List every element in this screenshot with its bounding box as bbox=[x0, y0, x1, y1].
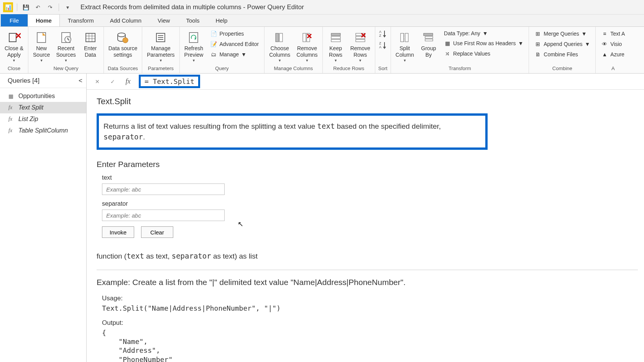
close-apply-icon bbox=[7, 30, 22, 45]
example-heading: Example: Create a list from the "|" deli… bbox=[97, 278, 638, 287]
collapse-icon[interactable]: < bbox=[79, 77, 82, 85]
new-source-button[interactable]: NewSource ▼ bbox=[31, 28, 52, 64]
svg-text:Z: Z bbox=[379, 34, 381, 38]
manage-parameters-button[interactable]: ManageParameters ▼ bbox=[145, 28, 177, 64]
first-row-headers-button[interactable]: ▦Use First Row as Headers ▼ bbox=[442, 39, 526, 48]
svg-rect-3 bbox=[37, 33, 46, 43]
param-text-input[interactable] bbox=[102, 183, 225, 195]
svg-text:A: A bbox=[379, 45, 381, 49]
formula-fx-button[interactable]: fx bbox=[121, 76, 135, 87]
vision-icon: 👁 bbox=[601, 41, 608, 48]
query-item-opportunities[interactable]: ▦ Opportunities bbox=[0, 90, 86, 102]
split-column-button[interactable]: SplitColumn ▼ bbox=[393, 28, 416, 64]
enter-data-button[interactable]: EnterData bbox=[80, 28, 101, 60]
svg-text:Z: Z bbox=[379, 41, 381, 45]
group-label-combine: Combine bbox=[531, 64, 593, 72]
ribbon-tabs: File Home Transform Add Column View Tool… bbox=[0, 15, 644, 27]
chevron-down-icon: ▼ bbox=[159, 59, 163, 62]
qat-dropdown-icon[interactable]: ▾ bbox=[63, 3, 72, 12]
group-by-icon bbox=[421, 30, 436, 45]
chevron-down-icon: ▼ bbox=[278, 59, 281, 62]
query-item-text-split[interactable]: fx Text Split bbox=[0, 102, 86, 113]
azure-ml-button[interactable]: ▲Azure bbox=[599, 50, 627, 59]
group-label-close: Close bbox=[2, 64, 26, 72]
close-apply-button[interactable]: Close &Apply ▼ bbox=[2, 28, 26, 64]
data-source-settings-icon bbox=[115, 30, 130, 45]
formula-commit-button[interactable]: ✓ bbox=[106, 76, 120, 87]
properties-button[interactable]: 📄Properties bbox=[208, 29, 261, 38]
svg-rect-32 bbox=[356, 36, 365, 39]
divider bbox=[97, 270, 638, 270]
svg-point-14 bbox=[118, 33, 125, 37]
formula-input[interactable]: = Text.Split bbox=[145, 77, 194, 85]
merge-queries-button[interactable]: ⊞Merge Queries ▼ bbox=[532, 29, 592, 38]
param-separator-input[interactable] bbox=[102, 210, 225, 221]
query-item-list-zip[interactable]: fx List Zip bbox=[0, 113, 86, 125]
function-icon: fx bbox=[8, 116, 15, 122]
svg-rect-30 bbox=[331, 39, 340, 42]
queries-list: ▦ Opportunities fx Text Split fx List Zi… bbox=[0, 88, 86, 139]
chevron-down-icon: ▼ bbox=[358, 59, 362, 62]
sort-asc-button[interactable]: AZ bbox=[378, 28, 388, 39]
formula-cancel-button[interactable]: ✕ bbox=[90, 76, 104, 87]
combine-files-icon: 🗎 bbox=[534, 51, 541, 58]
group-label-reducerows: Reduce Rows bbox=[325, 64, 373, 72]
choose-columns-button[interactable]: ChooseColumns ▼ bbox=[267, 28, 292, 64]
manage-parameters-icon bbox=[153, 30, 168, 45]
undo-icon[interactable]: ↶ bbox=[33, 3, 43, 12]
remove-columns-button[interactable]: RemoveColumns ▼ bbox=[294, 28, 320, 64]
chevron-down-icon: ▼ bbox=[40, 59, 43, 62]
svg-rect-20 bbox=[189, 33, 198, 43]
remove-rows-button[interactable]: RemoveRows ▼ bbox=[348, 28, 373, 64]
query-item-table-splitcolumn[interactable]: fx Table SplitColumn bbox=[0, 125, 86, 136]
usage-label: Usage: bbox=[97, 295, 638, 302]
remove-columns-icon bbox=[299, 30, 315, 45]
tab-file[interactable]: File bbox=[1, 14, 28, 26]
enter-parameters-heading: Enter Parameters bbox=[97, 160, 638, 169]
advanced-editor-button[interactable]: 📝Advanced Editor bbox=[208, 39, 261, 49]
tab-add-column[interactable]: Add Column bbox=[102, 14, 150, 26]
function-icon: fx bbox=[8, 105, 15, 111]
group-label-parameters: Parameters bbox=[145, 64, 177, 72]
tab-transform[interactable]: Transform bbox=[60, 14, 102, 26]
function-signature: function (text as text, separator as tex… bbox=[97, 252, 638, 260]
svg-rect-22 bbox=[276, 33, 279, 42]
redo-icon[interactable]: ↷ bbox=[46, 3, 55, 12]
ribbon: Close &Apply ▼ Close NewSource ▼ RecentS… bbox=[0, 27, 644, 74]
keep-rows-button[interactable]: KeepRows ▼ bbox=[325, 28, 347, 64]
tab-help[interactable]: Help bbox=[207, 14, 235, 26]
save-icon[interactable]: 💾 bbox=[21, 3, 30, 12]
tab-home[interactable]: Home bbox=[28, 14, 60, 26]
append-queries-button[interactable]: ⊞Append Queries ▼ bbox=[532, 39, 592, 49]
sort-desc-button[interactable]: ZA bbox=[378, 40, 388, 51]
clear-button[interactable]: Clear bbox=[141, 226, 173, 238]
text-analytics-button[interactable]: ≡Text A bbox=[599, 29, 627, 38]
svg-marker-43 bbox=[383, 47, 386, 49]
group-label-datasources: Data Sources bbox=[106, 64, 140, 72]
group-label-ai: A bbox=[598, 64, 628, 72]
properties-icon: 📄 bbox=[210, 30, 217, 37]
usage-code: Text.Split("Name|Address|PhoneNumber", "… bbox=[97, 304, 638, 313]
function-title: Text.Split bbox=[97, 97, 638, 106]
refresh-preview-button[interactable]: RefreshPreview ▼ bbox=[182, 28, 206, 64]
svg-rect-33 bbox=[356, 39, 365, 42]
invoke-button[interactable]: Invoke bbox=[102, 226, 134, 238]
svg-text:A: A bbox=[379, 30, 381, 34]
tab-tools[interactable]: Tools bbox=[178, 14, 207, 26]
vision-button[interactable]: 👁Visio bbox=[599, 39, 627, 49]
combine-files-button[interactable]: 🗎Combine Files bbox=[532, 50, 592, 59]
manage-button[interactable]: 🗂Manage ▼ bbox=[208, 50, 261, 59]
data-type-button[interactable]: Data Type: Any ▼ bbox=[442, 29, 526, 38]
svg-marker-39 bbox=[383, 35, 386, 38]
param-separator-label: separator bbox=[97, 200, 638, 207]
tab-view[interactable]: View bbox=[150, 14, 178, 26]
chevron-down-icon: ▼ bbox=[12, 59, 16, 62]
remove-rows-icon bbox=[353, 30, 368, 45]
group-by-button[interactable]: GroupBy bbox=[418, 28, 439, 60]
recent-sources-button[interactable]: RecentSources ▼ bbox=[54, 28, 78, 64]
manage-icon: 🗂 bbox=[210, 51, 217, 58]
chevron-down-icon: ▼ bbox=[518, 40, 523, 46]
data-source-settings-button[interactable]: Data sourcesettings bbox=[106, 28, 140, 60]
function-description-box: Returns a list of text values resulting … bbox=[97, 113, 488, 150]
replace-values-button[interactable]: ⤭Replace Values bbox=[442, 49, 526, 58]
